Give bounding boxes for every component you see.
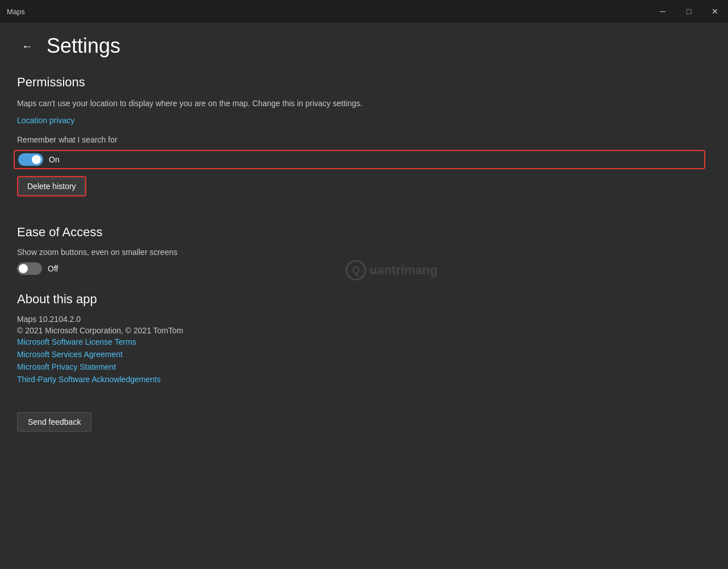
remember-search-label: Remember what I search for	[17, 135, 705, 144]
about-section: About this app Maps 10.2104.2.0 © 2021 M…	[17, 292, 705, 384]
main-content: ← Settings Permissions Maps can't use yo…	[0, 23, 728, 569]
window-title: Maps	[7, 7, 25, 16]
toggle-slider-off	[17, 262, 42, 275]
minimize-button[interactable]: ─	[650, 0, 676, 23]
permissions-description: Maps can't use your location to display …	[17, 98, 705, 110]
about-link-1[interactable]: Microsoft Services Agreement	[17, 350, 705, 359]
title-bar: Maps ─ □ ✕	[0, 0, 728, 23]
toggle-slider-on	[18, 153, 43, 166]
zoom-buttons-label: Show zoom buttons, even on smaller scree…	[17, 248, 705, 257]
remember-search-toggle-row: On	[14, 150, 705, 169]
about-link-2[interactable]: Microsoft Privacy Statement	[17, 362, 705, 371]
maximize-button[interactable]: □	[676, 0, 702, 23]
permissions-section: Permissions Maps can't use your location…	[17, 75, 705, 214]
send-feedback-button[interactable]: Send feedback	[17, 412, 91, 432]
about-link-3[interactable]: Third-Party Software Acknowledgements	[17, 375, 705, 384]
ease-of-access-title: Ease of Access	[17, 225, 705, 240]
delete-history-button[interactable]: Delete history	[19, 178, 85, 195]
window-controls: ─ □ ✕	[650, 0, 728, 23]
close-button[interactable]: ✕	[702, 0, 728, 23]
location-privacy-link[interactable]: Location privacy	[17, 116, 74, 125]
zoom-buttons-toggle-row: Off	[17, 262, 705, 275]
page-title: Settings	[47, 34, 120, 58]
app-version: Maps 10.2104.2.0	[17, 315, 705, 324]
copyright-text: © 2021 Microsoft Corporation, © 2021 Tom…	[17, 326, 705, 335]
ease-of-access-section: Ease of Access Show zoom buttons, even o…	[17, 225, 705, 275]
page-header: ← Settings	[17, 34, 705, 58]
permissions-title: Permissions	[17, 75, 705, 90]
about-title: About this app	[17, 292, 705, 307]
remember-search-toggle[interactable]	[18, 153, 43, 166]
delete-history-wrapper: Delete history	[17, 176, 86, 196]
toggle-on-label: On	[49, 155, 60, 164]
app-window: Maps ─ □ ✕ ← Settings Permissions Maps c…	[0, 0, 728, 569]
about-links: Microsoft Software License Terms Microso…	[17, 337, 705, 384]
back-button[interactable]: ←	[17, 37, 37, 55]
zoom-buttons-toggle[interactable]	[17, 262, 42, 275]
about-link-0[interactable]: Microsoft Software License Terms	[17, 337, 705, 346]
toggle-off-label: Off	[48, 264, 58, 273]
content-area: ← Settings Permissions Maps can't use yo…	[0, 23, 728, 569]
